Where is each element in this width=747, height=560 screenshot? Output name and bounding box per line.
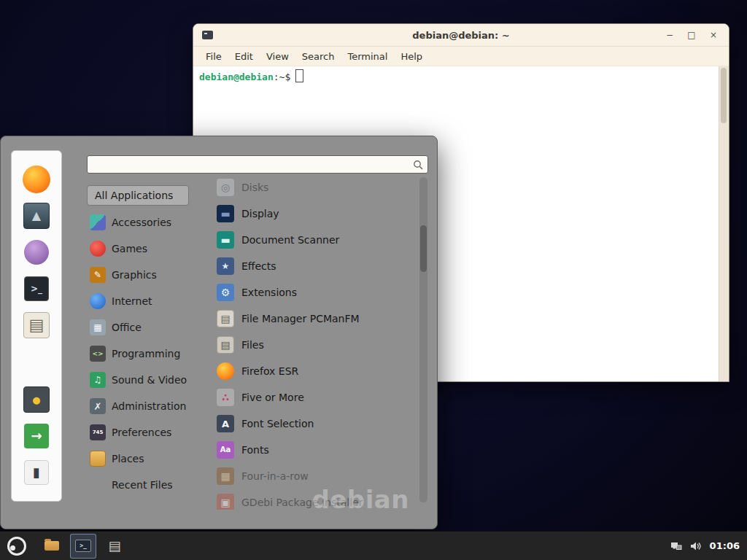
app-label: Font Selection xyxy=(241,418,314,429)
terminal-app-icon xyxy=(202,31,213,39)
category-icon-spacer xyxy=(90,477,106,493)
debian-watermark: debian xyxy=(311,485,409,514)
app-label: Effects xyxy=(241,260,276,272)
category-accessories[interactable]: Accessories xyxy=(87,209,193,236)
distro-logo-icon xyxy=(7,537,26,556)
category-places[interactable]: Places xyxy=(87,446,193,472)
app-document-scanner[interactable]: ▬Document Scanner xyxy=(193,227,417,253)
menu-search-bar[interactable] xyxy=(87,155,428,174)
five-or-more-icon: ∴ xyxy=(217,389,234,406)
taskbar-file-manager-button[interactable] xyxy=(39,534,64,558)
effects-icon: ★ xyxy=(217,257,234,275)
four-in-a-row-icon: ▦ xyxy=(217,467,234,485)
software-update-launcher[interactable]: ● xyxy=(18,383,55,416)
app-extensions[interactable]: ⚙Extensions xyxy=(193,279,417,306)
app-label: Five or More xyxy=(241,392,304,403)
app-disks[interactable]: ◎Disks xyxy=(193,174,417,201)
terminal-menu-view[interactable]: View xyxy=(260,51,295,62)
disks-icon: ◎ xyxy=(217,179,234,196)
menu-launcher-button[interactable] xyxy=(0,532,34,560)
terminal-menu-file[interactable]: File xyxy=(199,51,228,62)
terminal-titlebar[interactable]: debian@debian: ~ −□× xyxy=(193,24,729,47)
volume-icon[interactable] xyxy=(690,541,702,551)
files-icon: ▤ xyxy=(217,336,234,354)
sound-video-icon: ♫ xyxy=(90,372,106,388)
places-folder-icon xyxy=(90,451,106,467)
terminal-menu-edit[interactable]: Edit xyxy=(228,51,260,62)
category-internet[interactable]: Internet xyxy=(87,288,193,314)
close-button[interactable]: × xyxy=(705,28,721,42)
terminal-menu-terminal[interactable]: Terminal xyxy=(341,51,394,62)
app-label: Fonts xyxy=(241,444,269,456)
programming-icon: <> xyxy=(90,346,106,362)
category-games[interactable]: Games xyxy=(87,236,193,262)
category-label: Administration xyxy=(112,400,186,412)
terminal-launcher[interactable]: >_ xyxy=(18,272,55,306)
app-label: Files xyxy=(241,339,264,351)
terminal-menu-help[interactable]: Help xyxy=(394,51,429,62)
search-input[interactable] xyxy=(88,159,413,170)
category-office[interactable]: ▦Office xyxy=(87,314,193,341)
app-files[interactable]: ▤Files xyxy=(193,332,417,358)
window-title: debian@debian: ~ xyxy=(193,30,729,41)
category-recent-files[interactable]: Recent Files xyxy=(87,472,193,498)
category-label: Programming xyxy=(112,348,180,359)
menu-favorites-sidebar: ▲>_▤●→▮ xyxy=(11,150,62,502)
clock: 01:06 xyxy=(710,540,740,551)
minimize-button[interactable]: − xyxy=(662,28,678,42)
category-programming[interactable]: <>Programming xyxy=(87,341,193,367)
taskbar: >_ ▤ 01:06 xyxy=(0,531,747,560)
terminal-scrollbar-thumb[interactable] xyxy=(721,68,727,123)
app-label: Extensions xyxy=(241,287,297,298)
category-graphics[interactable]: ✎Graphics xyxy=(87,262,193,288)
app-firefox-esr[interactable]: Firefox ESR xyxy=(193,358,417,384)
terminal-scrollbar[interactable] xyxy=(719,66,729,381)
folder-icon xyxy=(44,541,59,551)
firefox-icon xyxy=(23,166,50,193)
font-selection-icon: A xyxy=(217,415,234,432)
app-file-manager-pcmanfm[interactable]: ▤File Manager PCManFM xyxy=(193,306,417,332)
taskbar-terminal-button[interactable]: >_ xyxy=(70,534,96,559)
app-label: Display xyxy=(241,208,279,219)
extensions-icon: ⚙ xyxy=(217,284,234,301)
pidgin-icon xyxy=(24,240,49,265)
photos-launcher[interactable]: ▲ xyxy=(18,199,55,233)
app-list-scrollbar-thumb[interactable] xyxy=(420,225,427,272)
category-all-applications[interactable]: All Applications xyxy=(87,185,189,206)
category-label: Sound & Video xyxy=(112,374,187,386)
category-label: Places xyxy=(112,453,144,464)
taskbar-files-button[interactable]: ▤ xyxy=(102,534,127,558)
logout-icon: → xyxy=(24,424,49,448)
application-list: ◎Disks▬Display▬Document Scanner★Effects⚙… xyxy=(193,174,417,510)
app-fonts[interactable]: AaFonts xyxy=(193,437,417,463)
app-label: Disks xyxy=(241,182,268,193)
maximize-button[interactable]: □ xyxy=(684,28,700,42)
application-menu: ▲>_▤●→▮ All ApplicationsAccessoriesGames… xyxy=(0,136,438,529)
app-label: File Manager PCManFM xyxy=(241,313,360,324)
network-icon[interactable] xyxy=(670,541,682,551)
logout-launcher[interactable]: → xyxy=(18,419,55,453)
quit-launcher[interactable]: ▮ xyxy=(18,456,55,489)
administration-icon: ✗ xyxy=(90,398,106,414)
app-display[interactable]: ▬Display xyxy=(193,201,417,227)
firefox-launcher[interactable] xyxy=(18,163,55,196)
app-five-or-more[interactable]: ∴Five or More xyxy=(193,384,417,411)
category-sound-video[interactable]: ♫Sound & Video xyxy=(87,367,193,393)
terminal-icon: >_ xyxy=(75,540,91,552)
pidgin-launcher[interactable] xyxy=(18,236,55,269)
graphics-icon: ✎ xyxy=(90,267,106,283)
app-list-scrollbar[interactable] xyxy=(419,177,427,502)
file-manager-launcher[interactable]: ▤ xyxy=(18,308,55,342)
category-preferences[interactable]: 745Preferences xyxy=(87,419,193,446)
category-administration[interactable]: ✗Administration xyxy=(87,393,193,419)
shell-prompt: debian@debian:~$ xyxy=(199,69,303,82)
category-label: Games xyxy=(112,243,147,254)
app-effects[interactable]: ★Effects xyxy=(193,253,417,279)
prompt-user: debian@debian xyxy=(199,71,274,82)
terminal-menu-search[interactable]: Search xyxy=(295,51,341,62)
category-label: Office xyxy=(112,322,142,333)
games-icon xyxy=(90,241,106,257)
app-font-selection[interactable]: AFont Selection xyxy=(193,411,417,437)
gdebi-icon: ▣ xyxy=(217,494,234,510)
display-icon: ▬ xyxy=(217,205,234,222)
